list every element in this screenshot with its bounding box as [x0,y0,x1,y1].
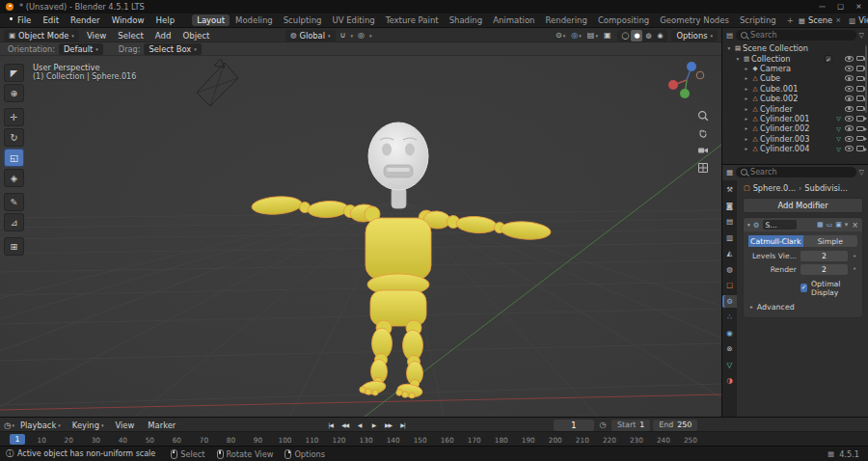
workspace-tab[interactable]: Rendering [541,14,592,26]
shading-mode-button[interactable]: ◯ [619,30,631,41]
hide-in-viewport-eye-icon[interactable] [845,75,854,81]
frame-end-field[interactable]: End 250 [653,420,697,431]
menu-item[interactable]: Render [65,15,106,25]
outliner-search[interactable] [736,30,856,41]
menu-item[interactable]: Window [106,15,150,25]
hide-in-viewport-eye-icon[interactable] [845,106,854,112]
zoom-icon[interactable] [697,110,709,122]
preview-range-clock-icon[interactable]: ◷ [597,420,609,429]
workspace-tab[interactable]: UV Editing [327,14,379,26]
workspace-tab[interactable]: Shading [445,14,488,26]
item-name[interactable]: Cylinder.002 [760,123,809,133]
item-name[interactable]: Camera [760,64,791,73]
item-name[interactable]: Cylinder [760,104,793,114]
transport-button[interactable]: |◀ [324,419,337,430]
proportional-edit-icon[interactable]: ◎ [356,31,366,40]
expand-arrow-icon[interactable]: ▾ [734,56,742,62]
expand-arrow-icon[interactable]: ▸ [743,75,750,81]
current-frame-field[interactable]: 1 [554,420,594,431]
tool-button[interactable]: ✛ [4,108,24,126]
properties-tab[interactable]: ▽ [722,359,737,371]
tool-button[interactable]: ✎ [4,193,24,211]
workspace-tab[interactable]: Animation [488,14,539,26]
properties-tab[interactable]: ▥ [722,231,737,244]
viewport-menu-item[interactable]: Add [149,31,177,41]
properties-tab[interactable]: ∴ [722,311,737,323]
character-mannequin[interactable] [251,122,551,398]
properties-tab[interactable]: ⚙ [722,295,737,308]
workspace-tab[interactable]: Texture Paint [381,14,444,26]
item-name[interactable]: Scene Collection [743,43,808,53]
scene-unlink-icon[interactable]: × [835,16,841,24]
disable-in-render-camera-icon[interactable] [856,95,864,101]
viewport-menu-item[interactable]: Select [112,31,149,41]
outliner-row[interactable]: ▸ △ Cylinder [722,103,868,113]
remove-modifier-icon[interactable]: × [852,221,858,230]
outliner-row[interactable]: ▸ △ Cylinder.004 ▽ [722,144,868,153]
camera-view-icon[interactable] [697,145,709,156]
hide-in-viewport-eye-icon[interactable] [845,95,854,101]
animate-dot-icon[interactable]: • [852,265,857,273]
expand-arrow-icon[interactable]: ▾ [747,222,750,228]
value-field[interactable]: 2 [800,264,848,275]
header-toggle-button[interactable]: ◎ ▾ [569,30,583,41]
expand-arrow-icon[interactable]: ▸ [743,146,750,151]
display-mode-icon[interactable]: ▤ [726,31,733,40]
shading-mode-button[interactable]: ● [631,30,642,41]
expand-arrow-icon[interactable]: ▸ [743,106,750,112]
outliner-row[interactable]: ▸ ◆ Camera [722,64,868,73]
filter-icon[interactable]: ▽ [859,169,864,176]
modifier-name-field[interactable]: S... [763,220,797,230]
tool-button[interactable]: ◈ [4,169,24,187]
minimize-button[interactable]: — [813,0,831,14]
navigation-gizmo[interactable] [665,59,708,101]
search-input[interactable] [750,168,852,176]
item-name[interactable]: Cube.002 [760,94,798,103]
optimal-display-checkbox[interactable]: ✓ [800,284,807,292]
modifier-header[interactable]: ▾ ⚙ S... ▦ ▭ ▣ ▾ × [744,218,862,231]
item-name[interactable]: Cylinder.001 [760,114,809,123]
header-toggle-button[interactable]: ▣ [602,30,614,41]
properties-tab[interactable]: ▢ [722,279,737,291]
menu-item[interactable]: Edit [37,15,65,25]
hide-in-viewport-eye-icon[interactable] [845,125,854,131]
tool-button[interactable]: ⊞ [4,237,24,256]
disable-in-render-camera-icon[interactable] [856,126,864,132]
search-input[interactable] [750,31,852,40]
tool-button[interactable]: ◱ [4,149,24,167]
outliner-row[interactable]: ▾ ▥ Collection ✓ [722,53,868,63]
tool-button[interactable]: ◤ [4,64,24,82]
expand-arrow-icon[interactable]: ▸ [743,86,750,92]
mode-dropdown[interactable]: ▣ Object Mode ▾ [4,30,79,41]
properties-search[interactable] [736,167,856,177]
tool-button[interactable]: ↻ [4,128,24,147]
outliner-row[interactable]: ▾ ▤ Scene Collection [722,43,868,53]
expand-arrow-icon[interactable]: ▸ [743,95,750,101]
timeline-menu-item[interactable]: Marker [142,420,183,430]
properties-tab[interactable]: ⊗ [722,342,737,355]
maximize-button[interactable]: ▢ [831,0,850,14]
proportional-dropdown-icon[interactable]: ▾ [369,33,372,39]
outliner-row[interactable]: ▸ △ Cylinder.003 ▽ [722,134,868,144]
workspace-tab[interactable]: Modeling [231,14,278,26]
workspace-tab[interactable]: Sculpting [279,14,327,26]
viewport-menu-item[interactable]: View [81,31,112,41]
menu-item[interactable]: Help [150,15,181,25]
transport-button[interactable]: ▶| [396,419,409,430]
tool-button[interactable]: ⊿ [4,213,24,231]
modifier-toggle-icon[interactable]: ▾ [845,221,849,229]
item-name[interactable]: Cube.001 [760,84,798,94]
viewlayer-name[interactable]: ViewLayer [858,15,868,25]
hide-in-viewport-eye-icon[interactable] [845,66,854,71]
timeline-menu-item[interactable]: Playback ▾ [14,420,67,430]
frame-start-field[interactable]: Start 1 [611,420,650,431]
modifier-toggle-icon[interactable]: ▦ [817,221,824,229]
timeline-menu-item[interactable]: Keying ▾ [67,420,110,430]
viewport-canvas[interactable] [0,56,721,417]
transport-button[interactable]: ◀◀ [339,419,351,430]
expand-arrow-icon[interactable]: ▸ [743,136,750,142]
item-name[interactable]: Cube [760,73,780,83]
scene-name[interactable]: Scene [808,15,832,25]
disable-in-render-camera-icon[interactable] [856,66,864,71]
advanced-section[interactable]: ▸ Advanced [748,303,857,312]
